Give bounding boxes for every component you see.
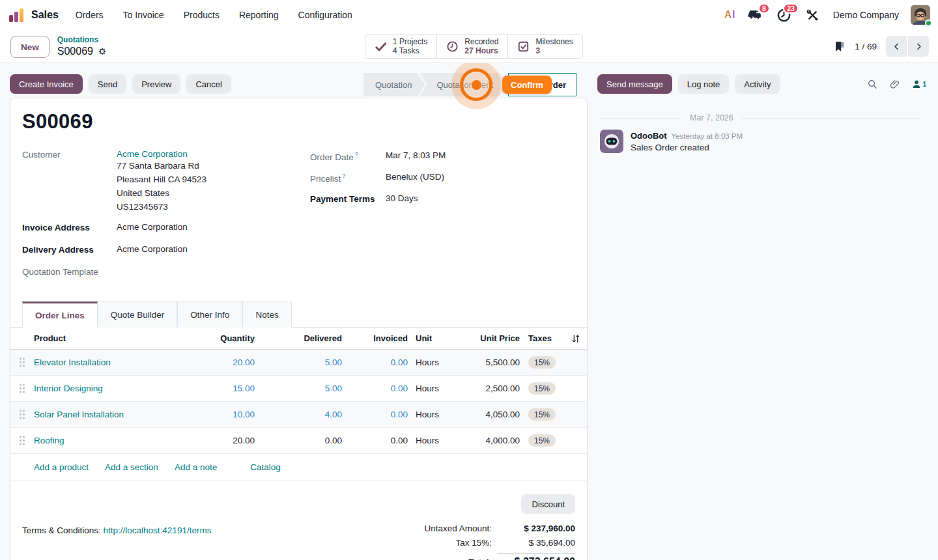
- order-date-value[interactable]: Mar 7, 8:03 PM: [386, 150, 446, 160]
- field-order-date: Order Date? Mar 7, 8:03 PM: [310, 150, 577, 164]
- preview-button[interactable]: Preview: [132, 74, 180, 94]
- unit-price-cell[interactable]: 4,000.00: [461, 436, 520, 445]
- unit-price-cell[interactable]: 5,500.00: [461, 357, 520, 367]
- tab-notes[interactable]: Notes: [242, 301, 291, 328]
- activity-button[interactable]: Activity: [735, 74, 780, 94]
- attachment-icon[interactable]: [889, 79, 900, 90]
- invoiced-cell[interactable]: 0.00: [342, 410, 408, 419]
- stat-milestones-line2: 3: [535, 47, 573, 56]
- payment-terms-value[interactable]: 30 Days: [386, 193, 418, 203]
- drag-handle-icon[interactable]: [10, 409, 34, 420]
- tab-quote-builder[interactable]: Quote Builder: [98, 301, 178, 328]
- catalog-link[interactable]: Catalog: [250, 462, 281, 472]
- log-note-button[interactable]: Log note: [678, 74, 730, 94]
- ai-logo[interactable]: AI: [724, 9, 735, 21]
- tab-other-info[interactable]: Other Info: [177, 301, 242, 328]
- delivered-cell[interactable]: 5.00: [255, 357, 342, 367]
- tax-value: $ 35,694.00: [498, 538, 575, 548]
- delivered-cell[interactable]: 4.00: [255, 410, 342, 419]
- quantity-cell[interactable]: 20.00: [206, 436, 255, 445]
- send-message-button[interactable]: Send message: [597, 74, 672, 94]
- discount-button[interactable]: Discount: [521, 494, 575, 514]
- add-section-link[interactable]: Add a section: [105, 462, 158, 472]
- tax-badge[interactable]: 15%: [528, 434, 556, 447]
- quantity-cell[interactable]: 20.00: [206, 357, 255, 367]
- followers-icon[interactable]: 1: [911, 79, 926, 89]
- col-unit-price: Unit Price: [461, 333, 520, 343]
- clock-stat-icon: [446, 40, 459, 53]
- pager-previous-button[interactable]: [886, 36, 907, 57]
- invoiced-cell[interactable]: 0.00: [342, 357, 408, 367]
- table-row: Solar Panel Installation 10.00 4.00 0.00…: [10, 402, 587, 428]
- gear-icon[interactable]: [98, 47, 107, 56]
- menu-to-invoice[interactable]: To Invoice: [123, 10, 164, 20]
- unit-price-cell[interactable]: 4,050.00: [461, 410, 520, 419]
- stage-quotation[interactable]: Quotation: [363, 73, 425, 96]
- delivered-cell[interactable]: 0.00: [255, 436, 342, 445]
- stat-button-milestones[interactable]: Milestones 3: [508, 35, 582, 58]
- messages-badge: 8: [758, 3, 770, 14]
- activities-badge: 23: [783, 3, 799, 14]
- invoice-address-value[interactable]: Acme Corporation: [117, 222, 188, 232]
- product-link[interactable]: Roofing: [34, 436, 64, 445]
- activities-menu[interactable]: 23: [776, 7, 793, 23]
- delivered-cell[interactable]: 5.00: [255, 384, 342, 393]
- tax-badge[interactable]: 15%: [528, 356, 556, 369]
- menu-products[interactable]: Products: [184, 10, 220, 20]
- app-switcher[interactable]: Sales: [9, 8, 59, 22]
- tax-badge[interactable]: 15%: [528, 408, 556, 421]
- user-menu[interactable]: [911, 5, 930, 25]
- confirm-button[interactable]: Confirm: [502, 76, 552, 94]
- tax-row: Tax 15%: $ 35,694.00: [393, 538, 575, 552]
- invoiced-cell[interactable]: 0.00: [342, 384, 408, 393]
- stage-quotation-sent[interactable]: Quotation Sent: [419, 73, 507, 96]
- invoiced-cell[interactable]: 0.00: [342, 436, 408, 445]
- drag-handle-icon[interactable]: [10, 357, 34, 368]
- search-messages-icon[interactable]: [867, 79, 878, 90]
- breadcrumb-quotations[interactable]: Quotations: [57, 35, 107, 45]
- field-delivery-address: Delivery Address Acme Corporation: [22, 244, 296, 258]
- drag-handle-icon[interactable]: [10, 383, 34, 394]
- tab-order-lines[interactable]: Order Lines: [22, 301, 98, 328]
- product-link[interactable]: Solar Panel Installation: [34, 410, 124, 419]
- menu-orders[interactable]: Orders: [76, 10, 104, 20]
- product-link[interactable]: Interior Designing: [34, 384, 103, 393]
- create-invoice-button[interactable]: Create Invoice: [10, 74, 83, 94]
- tax-badge[interactable]: 15%: [528, 382, 556, 395]
- pricelist-value[interactable]: Benelux (USD): [386, 172, 444, 182]
- optional-columns-icon[interactable]: [571, 333, 589, 344]
- drag-handle-icon[interactable]: [10, 435, 34, 446]
- stat-recorded-line2: 27 Hours: [464, 47, 498, 56]
- unit-price-cell[interactable]: 2,500.00: [461, 384, 520, 393]
- menu-reporting[interactable]: Reporting: [239, 10, 279, 20]
- stat-button-projects[interactable]: 1 Projects 4 Tasks: [365, 35, 437, 58]
- send-button[interactable]: Send: [89, 74, 126, 94]
- line-footer-links: Add a product Add a section Add a note C…: [10, 454, 587, 481]
- field-quotation-template: Quotation Template: [22, 266, 296, 280]
- terms-label: Terms & Conditions:: [22, 525, 101, 535]
- messages-menu[interactable]: 8: [747, 7, 764, 23]
- product-link[interactable]: Elevator Installation: [34, 357, 111, 367]
- sales-quotation-page: Sales Orders To Invoice Products Reporti…: [0, 0, 938, 560]
- unit-cell: Hours: [416, 410, 461, 419]
- customer-value-link[interactable]: Acme Corporation: [117, 149, 206, 159]
- company-switcher[interactable]: Demo Company: [833, 10, 899, 20]
- quantity-cell[interactable]: 10.00: [206, 410, 255, 419]
- pager-next-button[interactable]: [908, 36, 929, 57]
- chatter-message: OdooBot Yesterday at 8:03 PM Sales Order…: [600, 130, 743, 153]
- menu-configuration[interactable]: Configuration: [298, 10, 352, 20]
- odoobot-avatar: [600, 130, 623, 153]
- customer-address-line: US12345673: [117, 200, 206, 214]
- bookmark-icon[interactable]: [834, 40, 846, 53]
- new-button[interactable]: New: [10, 36, 50, 58]
- add-note-link[interactable]: Add a note: [175, 462, 217, 472]
- chatter-panel: Send message Log note Activity 1: [597, 63, 938, 560]
- stat-button-recorded-hours[interactable]: Recorded 27 Hours: [437, 35, 508, 58]
- cancel-button[interactable]: Cancel: [186, 74, 231, 94]
- delivery-address-value[interactable]: Acme Corporation: [117, 244, 188, 254]
- add-product-link[interactable]: Add a product: [34, 462, 89, 472]
- quantity-cell[interactable]: 15.00: [206, 384, 255, 393]
- terms-link[interactable]: http://localhost:42191/terms: [104, 525, 212, 535]
- pager-indicator[interactable]: 1 / 69: [855, 42, 877, 51]
- debug-tools-menu[interactable]: [804, 7, 821, 23]
